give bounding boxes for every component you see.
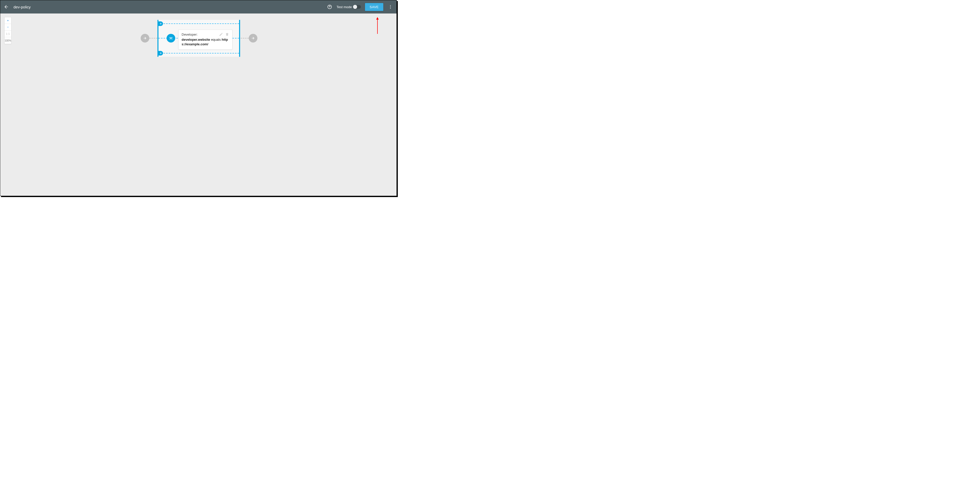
- condition-card[interactable]: Developer: developer.website equals http…: [178, 30, 232, 49]
- more-vert-icon: [388, 5, 393, 9]
- condition-operator: equals: [211, 38, 221, 41]
- zoom-in-button[interactable]: +: [5, 17, 11, 24]
- arrow-right-icon: [251, 36, 255, 40]
- connector-out: [240, 38, 249, 38]
- help-icon: [327, 4, 332, 10]
- block-border-right: [239, 20, 240, 57]
- arrow-right-icon: [143, 36, 147, 40]
- svg-point-3: [390, 5, 391, 6]
- branch-icon: [169, 36, 173, 40]
- svg-point-5: [390, 8, 391, 9]
- toggle-knob: [353, 5, 357, 9]
- svg-point-4: [390, 6, 391, 7]
- plus-icon: [159, 22, 162, 25]
- zoom-reset-button[interactable]: 1:1: [5, 30, 11, 37]
- condition-node-icon[interactable]: [167, 34, 175, 43]
- app-window: dev-policy Test mode SAVE: [0, 0, 397, 196]
- plus-icon: [159, 52, 162, 54]
- add-condition-top-button[interactable]: [159, 21, 163, 26]
- trash-icon: [225, 32, 229, 37]
- block-lane-bot: [159, 53, 239, 53]
- back-button[interactable]: [3, 4, 10, 10]
- flow-end-node[interactable]: [249, 34, 258, 43]
- add-condition-bottom-button[interactable]: [159, 51, 163, 56]
- test-mode-control: Test mode: [337, 5, 361, 9]
- condition-block: Developer: developer.website equals http…: [158, 20, 240, 57]
- more-menu-button[interactable]: [387, 4, 393, 10]
- annotation-arrow: [377, 19, 378, 34]
- delete-condition-button[interactable]: [225, 32, 229, 37]
- condition-expression: developer.website equals https://example…: [181, 37, 229, 46]
- flow-canvas[interactable]: Developer: developer.website equals http…: [0, 13, 396, 196]
- page-title: dev-policy: [13, 5, 31, 9]
- block-lane-top: [159, 24, 239, 24]
- test-mode-label: Test mode: [337, 5, 352, 9]
- condition-title: Developer:: [181, 33, 197, 37]
- connector-in: [149, 38, 158, 38]
- pencil-icon: [219, 32, 223, 37]
- arrow-left-icon: [4, 4, 9, 10]
- zoom-out-button[interactable]: −: [5, 24, 11, 30]
- help-button[interactable]: [327, 4, 332, 10]
- zoom-percent-display: 100%: [5, 37, 11, 44]
- zoom-panel: + − 1:1 100%: [4, 17, 11, 44]
- edit-condition-button[interactable]: [219, 32, 223, 37]
- save-button[interactable]: SAVE: [365, 3, 383, 11]
- header-bar: dev-policy Test mode SAVE: [0, 0, 396, 13]
- flow-start-node[interactable]: [141, 34, 149, 43]
- test-mode-toggle[interactable]: [353, 5, 361, 9]
- condition-field: developer.website: [181, 38, 210, 41]
